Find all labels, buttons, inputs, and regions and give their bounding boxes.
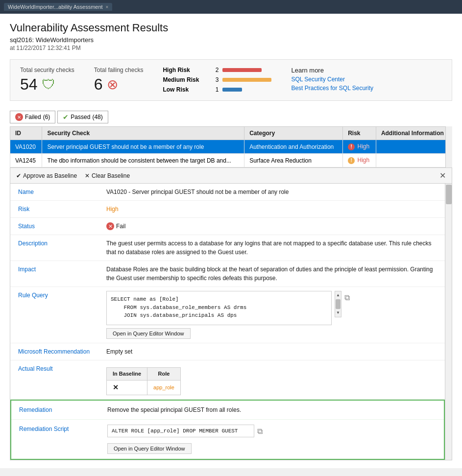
total-failing-block: Total failing checks 6 ⊗	[94, 67, 144, 94]
tab[interactable]: WideWorldImporter...ability Assessment ×	[4, 3, 112, 11]
query-box: SELECT name as [Role] FROM sys.database_…	[106, 291, 332, 325]
remediation-script-label: Remediation Script	[19, 425, 107, 454]
detail-panel: ✔ Approve as Baseline ✕ Clear Baseline ✕…	[10, 167, 452, 460]
remediation-label: Remediation	[19, 405, 107, 414]
passed-tab-label: Passed	[71, 114, 90, 120]
total-checks-number: 54	[20, 75, 38, 94]
table-header-row: ID Security Check Category Risk Addition…	[10, 127, 452, 140]
filter-tabs: ✕ Failed (6) ✔ Passed (48)	[10, 108, 452, 126]
risk-high-label: High Risk	[163, 67, 207, 73]
actual-result-label: Actual Result	[18, 364, 106, 395]
clear-baseline-action[interactable]: ✕ Clear Baseline	[85, 172, 130, 179]
fail-status: ✕ Fail	[106, 222, 437, 231]
name-value: VA1020 - Server principal GUEST should n…	[106, 188, 437, 196]
scroll-thumb	[336, 299, 340, 309]
timestamp: at 11/22/2017 12:32:41 PM	[10, 45, 452, 51]
query-box-wrap: SELECT name as [Role] FROM sys.database_…	[106, 291, 437, 325]
learn-more-title: Learn more	[291, 67, 373, 74]
risk-value: High	[106, 205, 437, 214]
risk-medium-bar	[222, 78, 271, 82]
total-failing-label: Total failing checks	[94, 67, 144, 73]
risk-high-count: 2	[211, 67, 219, 73]
row1-category: Authentication and Authorization	[244, 140, 343, 154]
approve-baseline-label: Approve as Baseline	[23, 172, 77, 179]
tab-label: WideWorldImporter...ability Assessment	[8, 4, 103, 10]
table-row[interactable]: VA1020 Server principal GUEST should not…	[10, 140, 452, 154]
tab-close-icon[interactable]: ×	[106, 4, 109, 10]
risk-low-label: Low Risk	[163, 86, 207, 93]
total-checks-block: Total security checks 54 🛡	[20, 67, 74, 94]
script-text: ALTER ROLE [app_role] DROP MEMBER GUEST	[112, 427, 238, 435]
detail-actual-result-row: Actual Result In Baseline Role	[10, 360, 445, 400]
impact-value: Database Roles are the basic building bl…	[106, 265, 437, 283]
col-security-check: Security Check	[42, 127, 244, 140]
learn-more-block: Learn more SQL Security Center Best Prac…	[291, 67, 373, 92]
copy-icon[interactable]: ⧉	[344, 292, 350, 304]
stats-bar: Total security checks 54 🛡 Total failing…	[10, 59, 452, 101]
open-query-button[interactable]: Open in Query Editor Window	[106, 328, 191, 339]
risk-low-bar	[222, 88, 242, 92]
remediation-row: Remediation Remove the special principal…	[11, 401, 444, 420]
detail-content: Name VA1020 - Server principal GUEST sho…	[10, 184, 452, 460]
main-content: Vulnerability Assessment Results sql2016…	[0, 14, 462, 468]
passed-tab[interactable]: ✔ Passed (48)	[57, 111, 108, 123]
col-id: ID	[10, 127, 42, 140]
detail-scrollbar[interactable]	[445, 184, 452, 460]
clear-baseline-label: Clear Baseline	[92, 172, 130, 179]
result-row: ✕ app_role	[107, 380, 181, 395]
detail-body: Name VA1020 - Server principal GUEST sho…	[10, 184, 445, 460]
risk-text: High	[358, 157, 370, 164]
passed-tab-count: (48)	[92, 114, 102, 120]
rule-query-value: SELECT name as [Role] FROM sys.database_…	[106, 291, 437, 339]
detail-scroll-thumb	[446, 185, 452, 204]
table-scrollbar[interactable]	[445, 126, 452, 167]
scroll-up-icon[interactable]: ▲	[335, 291, 341, 299]
risk-medium-label: Medium Risk	[163, 76, 207, 83]
row2-risk: ! High	[343, 154, 376, 167]
total-checks-label: Total security checks	[20, 67, 74, 73]
row2-category: Surface Area Reduction	[244, 154, 343, 167]
fail-icon: ⊗	[107, 76, 118, 93]
sql-security-center-link[interactable]: SQL Security Center	[291, 76, 373, 83]
remediation-script-row: Remediation Script ALTER ROLE [app_role]…	[11, 420, 444, 459]
total-failing-number: 6	[94, 75, 103, 94]
col-category: Category	[244, 127, 343, 140]
pass-badge-icon: ✔	[63, 113, 69, 121]
description-label: Description	[18, 239, 106, 257]
risk-medium-count: 3	[211, 76, 219, 83]
col-additional-info: Additional Information	[376, 127, 452, 140]
query-line-3: JOIN sys.database_principals AS dps	[111, 311, 327, 320]
script-copy-icon[interactable]: ⧉	[257, 426, 263, 437]
fail-text: Fail	[116, 222, 125, 231]
failed-tab[interactable]: ✕ Failed (6)	[10, 111, 55, 123]
shield-icon: 🛡	[42, 76, 55, 93]
risk-text: High	[358, 143, 370, 150]
result-table: In Baseline Role ✕ app_role	[106, 367, 181, 395]
row2-id: VA1245	[10, 154, 42, 167]
total-checks-value-row: 54 🛡	[20, 75, 74, 94]
results-table: ID Security Check Category Risk Addition…	[10, 126, 452, 167]
row1-check: Server principal GUEST should not be a m…	[42, 140, 244, 154]
open-query-button-2[interactable]: Open in Query Editor Window	[107, 443, 192, 454]
best-practices-link[interactable]: Best Practices for SQL Security	[291, 85, 373, 92]
total-failing-value-row: 6 ⊗	[94, 75, 144, 94]
result-table-header: In Baseline Role	[107, 368, 181, 381]
remediation-value: Remove the special principal GUEST from …	[107, 405, 436, 414]
results-table-wrapper: ID Security Check Category Risk Addition…	[10, 126, 452, 167]
risk-low-count: 1	[211, 86, 219, 93]
fail-circle-icon: ✕	[106, 222, 114, 230]
x-mark: ✕	[113, 383, 119, 391]
detail-impact-row: Impact Database Roles are the basic buil…	[10, 261, 445, 287]
query-scrollbar[interactable]: ▲ ▼	[335, 291, 341, 317]
query-line-2: FROM sys.database_role_members AS drms	[111, 304, 327, 312]
table-row[interactable]: VA1245 The dbo information should be con…	[10, 154, 452, 167]
scroll-down-icon[interactable]: ▼	[335, 309, 341, 317]
row1-additional	[376, 140, 452, 154]
approve-baseline-action[interactable]: ✔ Approve as Baseline	[16, 172, 77, 179]
detail-close-button[interactable]: ✕	[439, 171, 446, 180]
fail-badge-icon: ✕	[15, 113, 23, 121]
ms-rec-value: Empty set	[106, 347, 437, 356]
col-in-baseline: In Baseline	[107, 368, 147, 381]
baseline-cell: ✕	[107, 380, 147, 395]
x-icon: ✕	[85, 172, 90, 179]
